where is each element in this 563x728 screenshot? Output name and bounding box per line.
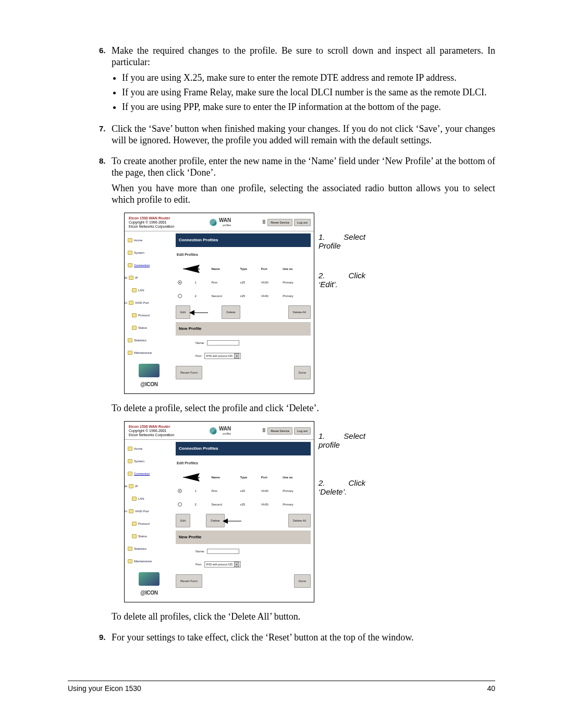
nav-ip[interactable]: ⊞IP [128, 272, 170, 283]
step-8-after-fig1: To delete a profile, select the profile … [112, 402, 495, 414]
table-row: 2 Second x25 VHSI Primary [177, 498, 310, 511]
folder-icon [129, 301, 133, 305]
logo-swirl-icon [210, 219, 217, 226]
folder-icon [128, 447, 132, 451]
revert-form-button[interactable]: Revert Form [176, 366, 202, 379]
nav-tree: Home System Connection ⊞IP LAN ⊟VHSI Por… [125, 231, 173, 393]
table-row: 2 Second x25 VHSI Primary [177, 290, 310, 302]
logo-text: WAN [219, 217, 231, 223]
nav-lan[interactable]: LAN [128, 285, 170, 296]
folder-icon [128, 338, 132, 342]
nav-protocol[interactable]: Protocol [128, 310, 170, 321]
nav-lan[interactable]: LAN [128, 493, 170, 504]
figure-2: Eicon 1530 WAN Router Copyright © 1996-2… [124, 421, 495, 602]
done-button[interactable]: Done [294, 574, 311, 588]
folder-icon [132, 288, 137, 292]
folder-icon [132, 522, 137, 526]
nav-home[interactable]: Home [128, 443, 170, 454]
router-copyright-2: Eicon Networks Corporation [129, 225, 178, 229]
print-icon[interactable]: ≣ [262, 429, 266, 433]
done-button[interactable]: Done [294, 366, 311, 379]
delete-button[interactable]: Delete [222, 305, 240, 319]
profile-radio[interactable] [178, 489, 182, 493]
nav-tree: Home System Connection ⊞IP LAN ⊟VHSI Por… [125, 440, 173, 602]
col-name: Name [210, 263, 238, 275]
folder-icon [128, 559, 132, 563]
nav-statistics[interactable]: Statistics [128, 543, 170, 554]
page-footer: Using your Eicon 1530 40 [68, 681, 495, 693]
profile-radio[interactable] [178, 280, 182, 285]
col-type: Type [239, 471, 259, 484]
port-label: Port: [195, 350, 202, 362]
nav-vhsi[interactable]: ⊟VHSI Port [128, 297, 170, 309]
folder-icon [128, 459, 132, 463]
folder-icon [129, 276, 133, 280]
step-9: 9. For your settings to take effect, cli… [99, 632, 495, 647]
profile-radio[interactable] [178, 294, 182, 298]
table-row: 1 First x25 VHSI Primary [177, 276, 310, 289]
device-graphic-icon [139, 572, 160, 586]
folder-icon [128, 251, 132, 255]
nav-vhsi[interactable]: ⊟VHSI Port [128, 505, 170, 517]
edit-profiles-heading: Edit Profiles [177, 458, 311, 469]
nav-protocol[interactable]: Protocol [128, 518, 170, 529]
new-profile-heading: New Profile [176, 530, 311, 544]
profile-radio[interactable] [178, 502, 182, 507]
router-copyright-1: Copyright © 1996-2001 [129, 220, 178, 225]
svg-marker-2 [189, 310, 194, 315]
print-icon[interactable]: ≣ [262, 220, 266, 225]
nav-ip[interactable]: ⊞IP [128, 480, 170, 492]
nav-system[interactable]: System [128, 455, 170, 467]
revert-form-button[interactable]: Revert Form [176, 574, 202, 588]
nav-system[interactable]: System [128, 247, 170, 258]
reset-device-button[interactable]: Reset Device [267, 219, 292, 226]
delete-button[interactable]: Delete [206, 514, 224, 527]
port-select[interactable]: VHSI with protocol X25▾ [204, 353, 241, 359]
nav-statistics[interactable]: Statistics [128, 335, 170, 346]
step-6: 6. Make the required changes to the prof… [99, 45, 495, 118]
delete-all-button[interactable]: Delete All [288, 305, 311, 319]
nav-home[interactable]: Home [128, 235, 170, 246]
logo-text: WAN [219, 426, 231, 431]
nav-connection[interactable]: Connection [128, 260, 170, 271]
folder-icon [129, 484, 133, 488]
folder-icon [132, 534, 137, 538]
col-useas: Use as [282, 471, 310, 484]
step-7-text: Click the ‘Save’ button when finished ma… [112, 123, 495, 146]
nav-connection[interactable]: Connection [128, 468, 170, 479]
name-input[interactable] [207, 549, 239, 554]
name-label: Name: [195, 337, 205, 349]
nav-status[interactable]: Status [128, 530, 170, 542]
nav-maintenance[interactable]: Maintenance [128, 347, 170, 359]
logout-button[interactable]: Log out [294, 219, 311, 226]
reset-device-button[interactable]: Reset Device [267, 427, 292, 435]
port-select[interactable]: VHSI with protocol X25▾ [204, 561, 241, 567]
logout-button[interactable]: Log out [294, 427, 311, 435]
col-type: Type [239, 263, 259, 275]
callout-click-edit: 2. Click ‘Edit’. [319, 271, 365, 289]
port-label: Port: [195, 559, 202, 570]
folder-icon [128, 547, 132, 551]
figure-1-screenshot: Eicon 1530 WAN Router Copyright © 1996-2… [124, 213, 314, 394]
eicon-logo: @ICON [140, 587, 157, 599]
logo-subtext: profiles [219, 431, 231, 436]
router-copyright-2: Eicon Networks Corporation [129, 433, 178, 437]
nav-maintenance[interactable]: Maintenance [128, 556, 170, 567]
dropdown-icon: ▾ [234, 353, 239, 359]
edit-button[interactable]: Edit [176, 305, 190, 319]
nav-status[interactable]: Status [128, 322, 170, 334]
step-7-number: 7. [99, 123, 112, 150]
figure-1-callouts: 1. Select Profile 2. Click ‘Edit’. [319, 213, 365, 289]
delete-all-button[interactable]: Delete All [288, 514, 311, 527]
svg-marker-6 [223, 519, 228, 524]
edit-button[interactable]: Edit [176, 514, 190, 527]
col-name: Name [210, 471, 238, 484]
name-input[interactable] [207, 340, 239, 346]
folder-icon [129, 509, 133, 513]
folder-icon [132, 326, 137, 330]
step-6-text: Make the required changes to the profile… [112, 45, 495, 68]
folder-icon [128, 238, 132, 242]
device-graphic-icon [139, 364, 160, 377]
callout-click-delete: 2. Click ‘Delete’. [319, 478, 365, 496]
step-6-bullet-2: If you are using Frame Relay, make sure … [122, 87, 495, 98]
